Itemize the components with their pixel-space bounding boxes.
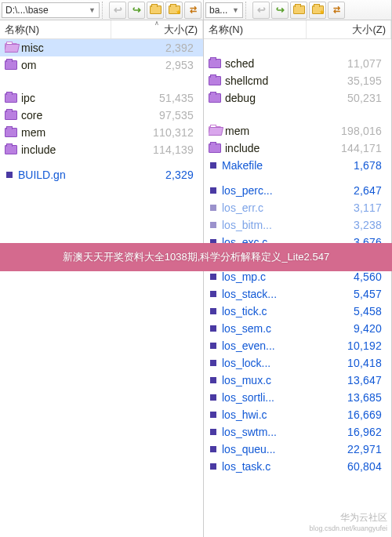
file-icon bbox=[210, 291, 216, 297]
left-path-input[interactable]: D:\...\base ▼ bbox=[2, 2, 100, 18]
item-size: 16,962 bbox=[307, 426, 388, 438]
item-size: 11,077 bbox=[307, 57, 388, 70]
file-icon bbox=[210, 325, 216, 332]
column-name[interactable]: 名称(N) bbox=[204, 20, 307, 38]
item-size: 9,420 bbox=[307, 322, 388, 335]
list-item[interactable]: los_bitm...3,238 bbox=[204, 216, 391, 234]
item-name: mem bbox=[209, 125, 307, 137]
column-size[interactable]: 大小(Z) bbox=[307, 20, 391, 38]
item-size: 3,117 bbox=[307, 201, 388, 214]
item-size: 4,560 bbox=[307, 270, 388, 283]
forward-button[interactable]: ↪ bbox=[128, 2, 145, 19]
item-name: los_sortli... bbox=[209, 391, 307, 404]
list-item[interactable]: Makefile1,678 bbox=[204, 157, 391, 174]
item-size: 2,329 bbox=[112, 169, 200, 181]
list-item[interactable]: los_task.c60,804 bbox=[204, 458, 391, 475]
list-item[interactable]: los_hwi.c16,669 bbox=[204, 406, 391, 423]
list-item[interactable]: los_mux.c13,647 bbox=[204, 372, 391, 389]
item-name: ipc bbox=[5, 92, 112, 104]
item-name: Makefile bbox=[209, 159, 307, 172]
file-icon bbox=[210, 394, 216, 401]
folder-icon bbox=[5, 128, 17, 137]
list-item[interactable]: los_even...10,192 bbox=[204, 337, 391, 354]
item-size: 13,647 bbox=[307, 374, 388, 386]
item-name: los_mp.c bbox=[209, 270, 307, 283]
list-item[interactable]: ipc51,435 bbox=[0, 89, 203, 107]
list-item[interactable]: sched11,077 bbox=[204, 55, 391, 72]
list-item[interactable]: los_swtm...16,962 bbox=[204, 423, 391, 441]
folder-icon bbox=[209, 76, 221, 85]
file-icon bbox=[210, 308, 216, 314]
list-item[interactable]: los_sem.c9,420 bbox=[204, 320, 391, 337]
file-icon bbox=[210, 274, 216, 280]
path-text: D:\...\base bbox=[5, 5, 49, 16]
swap-button[interactable]: ⇄ bbox=[184, 2, 201, 19]
folder-icon bbox=[5, 145, 17, 154]
list-item[interactable]: los_sortli...13,685 bbox=[204, 389, 391, 406]
item-size: 10,418 bbox=[307, 357, 388, 369]
left-file-list[interactable]: misc2,392om2,953ipc51,435core97,535mem11… bbox=[0, 39, 203, 537]
swap-button[interactable]: ⇄ bbox=[328, 2, 345, 19]
list-item[interactable]: los_tick.c5,458 bbox=[204, 303, 391, 320]
right-path-input[interactable]: ba... ▼ bbox=[205, 2, 243, 18]
forward-button[interactable]: ↪ bbox=[271, 2, 289, 19]
item-name: mem bbox=[5, 126, 112, 139]
item-size: 3,238 bbox=[307, 219, 388, 231]
file-icon bbox=[210, 222, 216, 228]
item-name: los_err.c bbox=[209, 201, 307, 214]
swap-icon: ⇄ bbox=[190, 5, 196, 15]
list-item[interactable]: BUILD.gn2,329 bbox=[0, 166, 203, 183]
open-folder-button[interactable] bbox=[147, 2, 164, 19]
favorites-button[interactable] bbox=[309, 2, 326, 19]
folder-star-icon bbox=[169, 5, 180, 14]
file-icon bbox=[210, 463, 216, 470]
list-item[interactable]: debug50,231 bbox=[204, 89, 391, 107]
item-name: los_lock... bbox=[209, 357, 307, 369]
back-button[interactable]: ↩ bbox=[109, 2, 126, 19]
list-item[interactable]: los_err.c3,117 bbox=[204, 199, 391, 216]
item-name: los_tick.c bbox=[209, 305, 307, 317]
list-item[interactable]: mem110,312 bbox=[0, 124, 203, 141]
overlay-banner: 新澳天天开奖资料大全1038期,科学分析解释定义_Lite2.547 bbox=[0, 243, 392, 271]
item-size: 144,171 bbox=[307, 142, 388, 154]
folder-icon bbox=[5, 111, 17, 120]
column-name[interactable]: 名称(N) bbox=[0, 20, 111, 38]
file-icon bbox=[210, 205, 216, 211]
item-size: 198,016 bbox=[307, 125, 388, 137]
item-name: los_queu... bbox=[209, 443, 307, 455]
item-name: include bbox=[5, 143, 112, 156]
file-icon bbox=[210, 360, 216, 366]
column-size[interactable]: ∧ 大小(Z) bbox=[111, 20, 203, 38]
item-size: 10,192 bbox=[307, 339, 388, 352]
open-folder-button[interactable] bbox=[290, 2, 307, 19]
list-item[interactable]: core97,535 bbox=[0, 107, 203, 124]
item-size: 35,195 bbox=[307, 74, 388, 87]
list-item[interactable]: mem198,016 bbox=[204, 122, 391, 140]
item-name: include bbox=[209, 142, 307, 154]
list-item[interactable]: include144,171 bbox=[204, 140, 391, 157]
list-item[interactable]: los_stack...5,457 bbox=[204, 285, 391, 303]
item-size: 50,231 bbox=[307, 92, 388, 104]
item-size: 2,392 bbox=[112, 42, 200, 54]
list-item[interactable]: los_lock...10,418 bbox=[204, 354, 391, 372]
list-item[interactable]: om2,953 bbox=[0, 56, 203, 74]
list-item[interactable]: los_queu...22,971 bbox=[204, 441, 391, 458]
item-name: misc bbox=[5, 42, 112, 54]
list-item[interactable]: los_perc...2,647 bbox=[204, 182, 391, 199]
back-button[interactable]: ↩ bbox=[252, 2, 270, 19]
sort-asc-icon: ∧ bbox=[154, 20, 159, 27]
swap-icon: ⇄ bbox=[333, 5, 339, 15]
item-name: los_perc... bbox=[209, 184, 307, 197]
right-file-list[interactable]: sched11,077shellcmd35,195debug50,231mem1… bbox=[204, 39, 391, 537]
item-size: 51,435 bbox=[112, 92, 200, 104]
list-item[interactable]: misc2,392 bbox=[0, 39, 203, 56]
item-name: los_bitm... bbox=[209, 219, 307, 231]
item-name: om bbox=[5, 59, 112, 71]
left-toolbar: D:\...\base ▼ ↩ ↪ ⇄ bbox=[0, 0, 203, 20]
item-size: 5,457 bbox=[307, 288, 388, 300]
list-item[interactable]: shellcmd35,195 bbox=[204, 72, 391, 89]
arrow-right-icon: ↪ bbox=[132, 4, 141, 16]
favorites-button[interactable] bbox=[165, 2, 183, 19]
list-item[interactable]: include114,139 bbox=[0, 141, 203, 158]
item-name: debug bbox=[209, 92, 307, 104]
